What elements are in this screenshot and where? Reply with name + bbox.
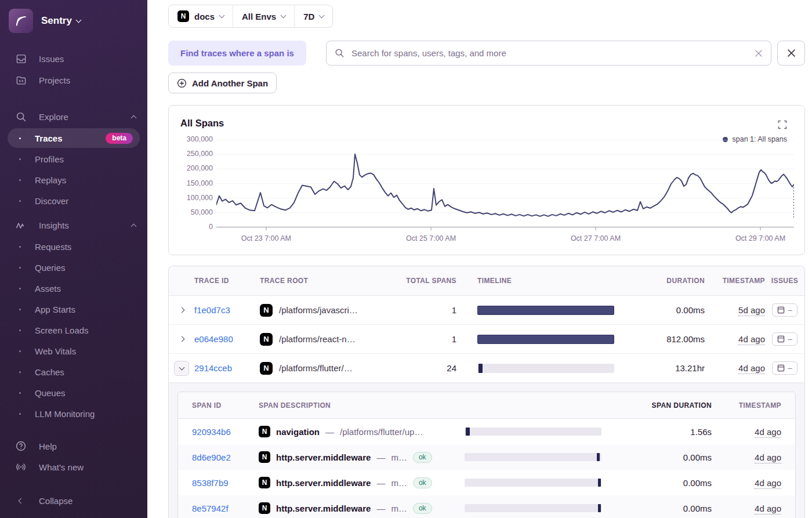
trace-id-link[interactable]: e064e980 <box>194 334 233 344</box>
trace-id-link[interactable]: f1e0d7c3 <box>194 305 230 315</box>
sidebar-item-help[interactable]: Help <box>0 436 147 457</box>
timestamp-link[interactable]: 4d ago <box>755 503 781 515</box>
trace-root-text: /platforms/react-n… <box>279 334 356 344</box>
search-icon <box>335 48 345 58</box>
expand-toggle[interactable] <box>180 308 184 312</box>
timestamp-link[interactable]: 4d ago <box>755 427 781 438</box>
issues-box-icon <box>777 335 785 343</box>
traces-table-header: TRACE ID TRACE ROOT TOTAL SPANS TIMELINE… <box>169 266 804 296</box>
sidebar-footer: Help What's new Collapse <box>0 436 147 518</box>
timestamp-link[interactable]: 5d ago <box>738 305 765 316</box>
trace-row: f1e0d7c3 N /platforms/javascri… 1 0.00ms… <box>169 296 804 325</box>
pulse-icon <box>15 220 27 231</box>
trace-row: 2914cceb N /platforms/flutter/… 24 13.21… <box>169 354 804 383</box>
sidebar-item-screen-loads[interactable]: Screen Loads <box>0 320 147 340</box>
nextjs-icon: N <box>260 304 273 317</box>
sidebar-item-projects[interactable]: Projects <box>0 70 147 91</box>
bullet-dot <box>19 288 21 289</box>
sidebar-item-caches[interactable]: Caches <box>0 361 147 382</box>
chart-title: All Spans <box>180 118 224 129</box>
sidebar-item-web-vitals[interactable]: Web Vitals <box>0 340 147 361</box>
sidebar-item-profiles[interactable]: Profiles <box>0 148 147 169</box>
bullet-dot <box>19 392 21 394</box>
duration-value: 13.21hr <box>628 363 705 373</box>
timestamp-link[interactable]: 4d ago <box>755 452 781 463</box>
environment-selector[interactable]: All Envs <box>233 5 294 27</box>
span-id-link[interactable]: 8538f7b9 <box>192 478 229 488</box>
timestamp-link[interactable]: 4d ago <box>738 334 765 345</box>
org-switcher[interactable]: Sentry <box>0 0 147 33</box>
plus-circle-icon <box>177 78 187 88</box>
separator-dash: — <box>325 427 334 437</box>
chart-panel: All Spans span 1: All spans 300,000250,0… <box>168 105 805 255</box>
expand-toggle[interactable] <box>174 361 189 376</box>
add-another-span-button[interactable]: Add Another Span <box>168 73 277 93</box>
timestamp-link[interactable]: 4d ago <box>738 363 765 374</box>
span-id-link[interactable]: 8e57942f <box>192 503 229 513</box>
span-row: 8538f7b9 N http.server.middleware — m… o… <box>178 470 795 495</box>
sidebar-item-whats-new[interactable]: What's new <box>0 457 147 477</box>
sidebar-item-traces[interactable]: Traces beta <box>8 128 140 148</box>
col-span-duration: SPAN DURATION <box>606 401 716 410</box>
sidebar-item-issues[interactable]: Issues <box>0 48 147 70</box>
search-input[interactable] <box>350 48 749 59</box>
sidebar-item-discover[interactable]: Discover <box>0 190 147 211</box>
close-button[interactable] <box>777 41 805 66</box>
duration-value: 0.00ms <box>628 305 705 315</box>
issues-button[interactable]: – <box>772 361 797 375</box>
trace-rows: f1e0d7c3 N /platforms/javascri… 1 0.00ms… <box>169 296 804 383</box>
timeline-bar <box>477 335 614 344</box>
expanded-trace-panel: SPAN ID SPAN DESCRIPTION SPAN DURATION T… <box>169 383 804 518</box>
issues-icon <box>15 53 27 64</box>
sidebar-item-queues[interactable]: Queues <box>0 382 147 403</box>
trace-row: e064e980 N /platforms/react-n… 1 812.00m… <box>169 325 804 354</box>
bullet-dot <box>19 137 21 139</box>
bullet-dot <box>19 200 21 202</box>
col-span-timestamp: TIMESTAMP <box>716 401 795 410</box>
nextjs-icon: N <box>259 451 270 463</box>
sidebar: Sentry Issues Projects Explore Traces be… <box>0 0 147 518</box>
collapse-label: Collapse <box>39 496 72 506</box>
span-rows: 920934b6 N navigation — /platforms/flutt… <box>178 419 795 518</box>
col-span-description: SPAN DESCRIPTION <box>246 401 465 410</box>
issues-count-empty: – <box>788 364 792 372</box>
sidebar-item-queries[interactable]: Queries <box>0 257 147 278</box>
date-range-selector[interactable]: 7D <box>294 5 332 27</box>
broadcast-icon <box>15 461 27 473</box>
sidebar-item-app-starts[interactable]: App Starts <box>0 299 147 320</box>
separator-dash: — <box>376 452 385 462</box>
expand-toggle[interactable] <box>180 337 184 341</box>
project-selector[interactable]: N docs <box>169 5 233 27</box>
sidebar-collapse-button[interactable]: Collapse <box>0 490 147 511</box>
trace-id-link[interactable]: 2914cceb <box>194 363 232 373</box>
sentry-logo-icon <box>9 9 33 33</box>
issues-button[interactable]: – <box>772 332 797 346</box>
issues-button[interactable]: – <box>772 303 797 317</box>
span-search-bar[interactable] <box>326 41 771 66</box>
sidebar-item-requests[interactable]: Requests <box>0 236 147 257</box>
date-range-value: 7D <box>303 12 314 21</box>
chevron-left-icon <box>15 499 27 503</box>
timestamp-link[interactable]: 4d ago <box>755 478 781 489</box>
nextjs-icon: N <box>177 10 189 22</box>
sidebar-item-replays[interactable]: Replays <box>0 169 147 190</box>
status-badge: ok <box>413 452 432 463</box>
span-timeline-bar <box>465 428 601 436</box>
col-duration: DURATION <box>628 277 705 285</box>
sidebar-item-llm-monitoring[interactable]: LLM Monitoring <box>0 403 147 424</box>
fullscreen-icon[interactable] <box>778 120 787 129</box>
chevron-down-icon <box>75 17 81 23</box>
trace-root-text: /platforms/javascri… <box>279 305 358 315</box>
spans-table-header: SPAN ID SPAN DESCRIPTION SPAN DURATION T… <box>178 392 795 419</box>
close-icon <box>787 49 796 57</box>
brand-name: Sentry <box>41 15 72 27</box>
clear-search-icon[interactable] <box>755 49 763 57</box>
chevron-down-icon <box>281 13 287 19</box>
col-timeline: TIMELINE <box>456 277 628 285</box>
sidebar-item-insights[interactable]: Insights <box>0 215 147 236</box>
bullet-dot <box>19 329 21 331</box>
sidebar-item-assets[interactable]: Assets <box>0 278 147 299</box>
sidebar-item-explore[interactable]: Explore <box>0 106 147 128</box>
span-id-link[interactable]: 920934b6 <box>192 427 231 437</box>
span-id-link[interactable]: 8d6e90e2 <box>192 452 231 462</box>
